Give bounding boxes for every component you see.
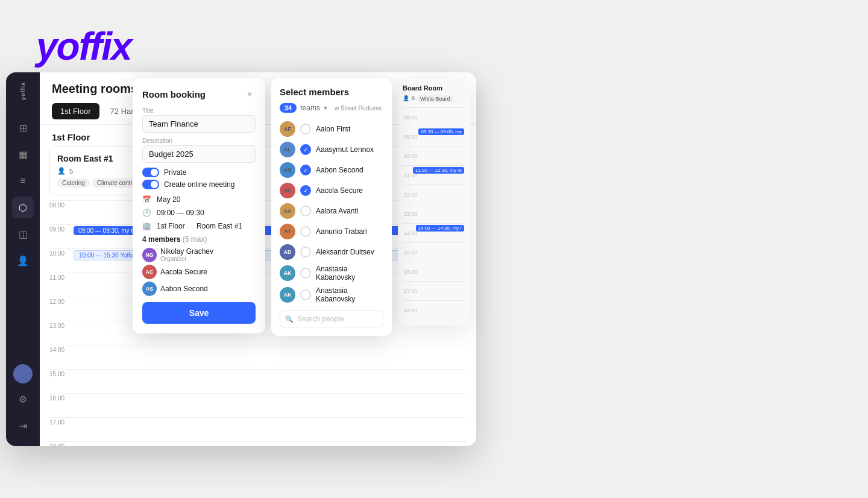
sidebar-icon-table[interactable]: ◫ xyxy=(12,223,34,245)
cal-capacity-icon: 👤 xyxy=(403,95,409,102)
location-room: Room East #1 xyxy=(197,222,242,230)
time-15: 15:00 xyxy=(49,370,71,377)
member-list-item-1[interactable]: AL ✓ Aaasymut Lennox xyxy=(280,139,383,160)
room-capacity: 5 xyxy=(69,168,73,175)
brand-logo: yoffix xyxy=(36,24,362,69)
time-18: 18:00 xyxy=(49,442,71,446)
sidebar-icon-grid[interactable]: ⊞ xyxy=(12,117,34,139)
time-13: 13:00 xyxy=(49,321,71,329)
location-floor: 1st Floor xyxy=(157,222,185,230)
timeslot-14: 14:00 xyxy=(49,345,467,369)
cal-event-1400: 14:00 — 14:35, my r xyxy=(416,225,464,232)
member-check-1[interactable]: ✓ xyxy=(300,144,311,155)
logout-icon[interactable]: ⇥ xyxy=(12,415,34,437)
members-count: 4 members xyxy=(142,235,180,244)
sidebar-brand: yoffix xyxy=(20,82,26,100)
booking-modal: Room booking × Title Team Finance Descri… xyxy=(133,78,265,333)
private-label: Private xyxy=(164,168,186,177)
member-list-name-6: Aleksandr Duitsev xyxy=(316,248,383,256)
member-check-6[interactable] xyxy=(300,247,311,257)
cal-slot-15: 15:00 xyxy=(403,242,465,262)
room-name: Room East #1 xyxy=(57,154,113,163)
save-button[interactable]: Save xyxy=(142,302,256,324)
sidebar-icon-rooms[interactable]: ▦ xyxy=(12,143,34,165)
location-row: 🏢 1st Floor Room East #1 xyxy=(142,222,256,230)
member-1-avatar: NG xyxy=(142,248,157,262)
teams-dropdown-icon[interactable]: ▾ xyxy=(324,104,327,112)
member-1-role: Organizer xyxy=(160,256,213,262)
online-toggle-row: Create online meeting xyxy=(142,180,256,189)
search-placeholder: Search people xyxy=(297,315,344,323)
member-list-avatar-5: AT xyxy=(280,224,295,239)
settings-icon[interactable]: ⚙ xyxy=(12,388,34,410)
teams-count: 34 xyxy=(280,103,297,113)
description-value[interactable]: Budget 2025 xyxy=(142,145,256,163)
member-list-avatar-7: AK xyxy=(280,265,295,281)
sidebar-icon-people[interactable]: 👤 xyxy=(12,250,34,271)
tag-catering: Catering xyxy=(57,178,90,188)
teams-filter: 34 teams ▾ w Street Podiums xyxy=(280,103,383,113)
member-list-name-5: Aanunio Trabari xyxy=(316,227,383,236)
cal-meta: 👤 8 White Board xyxy=(403,95,465,102)
time-11: 11:00 xyxy=(49,273,71,281)
member-list-item-7[interactable]: AK Anastasia Kabanovsky xyxy=(280,262,383,284)
member-list-item-2[interactable]: AS ✓ Aabon Second xyxy=(280,160,383,180)
cal-slot-13: 13:00 xyxy=(403,204,465,223)
tab-1st-floor[interactable]: 1st Floor xyxy=(52,103,99,119)
clock-icon: 🕐 xyxy=(142,209,152,217)
search-row[interactable]: 🔍 Search people xyxy=(280,310,383,327)
time-12: 12:00 xyxy=(49,297,71,305)
cal-time-15: 15:00 xyxy=(404,250,418,256)
title-label: Title xyxy=(142,107,256,114)
sidebar-icon-list[interactable]: ≡ xyxy=(12,170,34,192)
time-08: 08:00 xyxy=(49,201,71,209)
members-header: 4 members (5 max) xyxy=(142,235,256,244)
member-list-avatar-6: AD xyxy=(280,244,295,260)
cal-time-17: 17:00 xyxy=(404,288,418,294)
member-2-avatar: AC xyxy=(142,265,157,279)
member-1: NG Nikolay Grachev Organizer xyxy=(142,247,256,262)
private-toggle[interactable] xyxy=(142,168,159,177)
modal-close-button[interactable]: × xyxy=(244,88,256,100)
capacity-icon: 👤 xyxy=(57,167,66,175)
cal-slot-10: 10:00 xyxy=(403,146,465,165)
online-toggle[interactable] xyxy=(142,180,159,189)
cal-capacity: 8 xyxy=(412,95,415,102)
member-check-7[interactable] xyxy=(300,268,311,279)
date-row: 📅 May 20 xyxy=(142,195,256,204)
user-avatar[interactable] xyxy=(13,364,33,383)
member-list-item-5[interactable]: AT Aanunio Trabari xyxy=(280,221,383,242)
member-list-item-8[interactable]: AK Anastasia Kabanovsky xyxy=(280,284,383,306)
calendar-panel: Board Room 👤 8 White Board 08:00 09:00 0… xyxy=(398,78,470,326)
time-14: 14:00 xyxy=(49,345,71,353)
timeslot-17: 17:00 xyxy=(49,417,467,441)
timeslot-15: 15:00 xyxy=(49,369,467,393)
timeslot-18: 18:00 xyxy=(49,441,467,446)
cal-time-12: 12:00 xyxy=(404,192,418,198)
member-list-item-3[interactable]: AC ✓ Aacola Secure xyxy=(280,180,383,201)
time-17: 17:00 xyxy=(49,418,71,426)
cal-slot-12: 12:00 xyxy=(403,184,465,204)
cal-slot-09: 09:00 09:30 — 09:00, my xyxy=(403,127,465,146)
member-list-item-0[interactable]: AF Aalon First xyxy=(280,119,383,139)
cal-slot-08: 08:00 xyxy=(403,107,465,127)
member-3-avatar: AS xyxy=(142,282,157,296)
title-value[interactable]: Team Finance xyxy=(142,115,256,133)
select-members-panel: Select members 34 teams ▾ w Street Podiu… xyxy=(271,78,392,336)
member-check-2[interactable]: ✓ xyxy=(300,165,311,175)
member-check-4[interactable] xyxy=(300,206,311,216)
member-list-avatar-8: AK xyxy=(280,287,295,303)
member-list-item-6[interactable]: AD Aleksandr Duitsev xyxy=(280,242,383,262)
member-check-3[interactable]: ✓ xyxy=(300,185,311,196)
sidebar-icon-calendar[interactable]: ⬡ xyxy=(12,197,34,218)
cal-event-1130: 11:30 — 12:10, my re xyxy=(413,167,464,174)
member-check-5[interactable] xyxy=(300,226,311,237)
private-toggle-row: Private xyxy=(142,168,256,177)
member-list-item-4[interactable]: AA Aalora Avanti xyxy=(280,201,383,221)
member-check-0[interactable] xyxy=(300,124,311,134)
member-check-8[interactable] xyxy=(300,289,311,300)
modal-title: Room booking xyxy=(142,89,206,99)
time-10: 10:00 xyxy=(49,249,71,257)
member-1-name: Nikolay Grachev xyxy=(160,247,213,256)
members-max: (5 max) xyxy=(183,235,207,244)
